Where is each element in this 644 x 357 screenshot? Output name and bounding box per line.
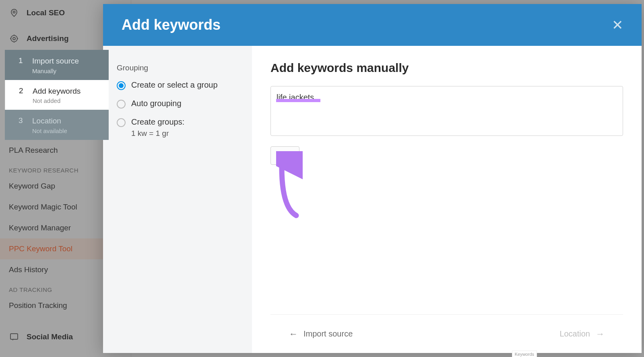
step-title: Import source [32, 56, 79, 66]
step-number: 2 [19, 86, 24, 95]
modal-header: Add keywords ✕ [103, 4, 642, 46]
step-title: Add keywords [33, 86, 80, 96]
add-keywords-modal: Add keywords ✕ 1 Import source Manually … [103, 4, 642, 353]
wizard-nav: ← Import source Location → [270, 314, 623, 353]
wizard-steps: 1 Import source Manually 2 Add keywords … [5, 50, 109, 140]
back-label: Import source [303, 329, 353, 339]
add-button[interactable]: Add [270, 146, 299, 165]
grouping-title: Grouping [117, 64, 238, 72]
radio-create-select-group[interactable]: Create or select a group [117, 80, 238, 90]
close-icon[interactable]: ✕ [612, 18, 623, 32]
step-add-keywords[interactable]: 2 Add keywords Not added [5, 80, 109, 110]
keywords-pill: Keywords [512, 351, 537, 357]
radio-icon [117, 100, 126, 109]
radio-create-groups[interactable]: Create groups: 1 kw = 1 gr [117, 117, 238, 138]
modal-title: Add keywords [122, 16, 221, 33]
radio-sublabel: 1 kw = 1 gr [131, 129, 184, 138]
step-subtitle: Not added [33, 97, 80, 104]
back-button[interactable]: ← Import source [289, 329, 353, 339]
radio-label: Create groups: [131, 117, 184, 127]
step-title: Location [32, 116, 67, 126]
step-number: 1 [19, 56, 23, 65]
radio-label: Create or select a group [131, 80, 218, 90]
arrow-right-icon: → [596, 330, 605, 339]
step-subtitle: Manually [32, 68, 79, 74]
radio-icon [117, 81, 126, 90]
radio-label: Auto grouping [131, 99, 182, 108]
next-button[interactable]: Location → [559, 329, 605, 339]
main-title: Add keywords manually [270, 61, 623, 75]
main-panel: Add keywords manually Add ← Import sourc… [252, 46, 642, 353]
radio-icon [117, 118, 126, 127]
grouping-panel: Grouping Create or select a group Auto g… [103, 46, 252, 353]
arrow-left-icon: ← [289, 330, 298, 339]
keywords-textarea[interactable] [270, 86, 623, 136]
radio-auto-grouping[interactable]: Auto grouping [117, 99, 238, 109]
step-location[interactable]: 3 Location Not available [5, 110, 109, 140]
step-import-source[interactable]: 1 Import source Manually [5, 50, 109, 80]
step-subtitle: Not available [32, 127, 67, 134]
next-label: Location [559, 329, 590, 339]
step-number: 3 [19, 116, 23, 125]
